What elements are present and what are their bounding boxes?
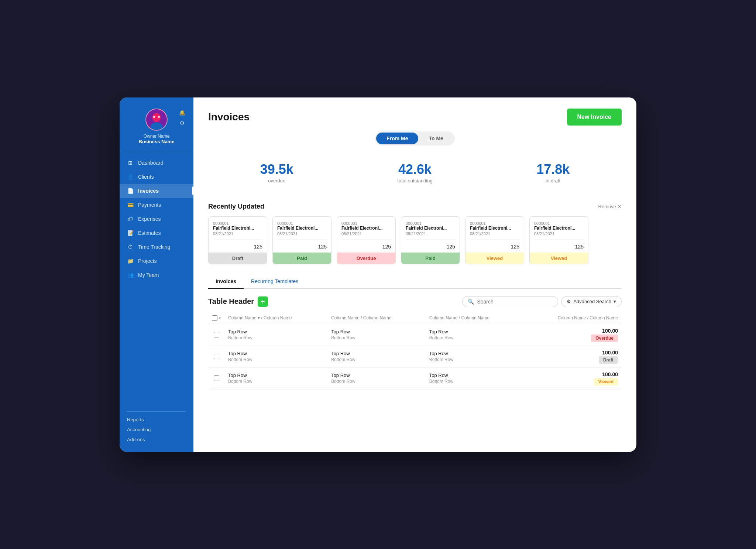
card-number: 0000001 [277,221,327,226]
invoice-card-2[interactable]: 0000001 Fairfield Electroni... 08/21/202… [337,216,396,264]
chevron-down-icon: ▾ [614,299,616,304]
bottom-row-text: Bottom Row [228,335,324,340]
sidebar-item-label: Invoices [138,188,159,194]
add-row-button[interactable]: + [258,296,268,307]
stat-draft-value: 17.8k [536,162,570,177]
sidebar-item-dashboard[interactable]: ⊞ Dashboard [120,156,193,170]
top-row-text: Top Row [331,351,422,356]
select-all-checkbox[interactable] [212,315,217,321]
card-divider [406,240,455,240]
cell-col3-0: Top Row Bottom Row [426,324,524,346]
search-input[interactable] [477,299,553,305]
row-checkbox-1[interactable] [214,354,219,359]
tab-recurring-templates[interactable]: Recurring Templates [244,275,306,289]
sidebar-item-estimates[interactable]: 📝 Estimates [120,226,193,240]
sidebar-item-label: My Team [138,272,159,278]
sidebar-item-invoices[interactable]: 📄 Invoices [120,184,193,198]
row-checkbox-2[interactable] [214,375,219,381]
top-row-text: Top Row [331,373,422,378]
status-badge: Overdue [591,334,618,342]
sidebar-item-my-team[interactable]: 👥 My Team [120,268,193,282]
sidebar-item-expenses[interactable]: 🏷 Expenses [120,212,193,226]
notification-icon[interactable]: 🔔 [178,109,186,117]
invoice-card-1[interactable]: 0000001 Fairfield Electroni... 08/21/202… [272,216,331,264]
sidebar-item-payments[interactable]: 💳 Payments [120,198,193,212]
cell-amount-2: 100.00 Viewed [523,367,622,389]
advanced-search-button[interactable]: ⚙ Advanced Search ▾ [561,296,622,307]
card-date: 08/21/2021 [470,231,519,236]
invoices-icon: 📄 [127,188,134,194]
stat-draft-label: in draft [536,178,570,183]
invoice-card-0[interactable]: 0000001 Fairfield Electroni... 08/21/202… [208,216,267,264]
card-date: 08/21/2021 [341,231,391,236]
card-date: 08/21/2021 [534,231,584,236]
card-amount: 125 [213,244,262,253]
my-team-icon: 👥 [127,272,134,278]
svg-point-3 [153,116,155,118]
sidebar-divider [127,411,186,412]
stat-outstanding-label: total outstanding [397,178,432,183]
new-invoice-button[interactable]: New Invoice [567,109,622,126]
card-divider [534,240,584,240]
card-divider [341,240,391,240]
sidebar-profile: 🔔 ⚙ Owner Name Business Name [120,105,193,152]
card-body: 0000001 Fairfield Electroni... 08/21/202… [530,217,588,253]
bottom-row-text: Bottom Row [331,335,422,340]
card-divider [277,240,327,240]
stat-overdue-value: 39.5k [260,162,293,177]
cell-col3-2: Top Row Bottom Row [426,367,524,389]
card-client: Fairfield Electroni... [470,226,519,231]
stat-in-draft: 17.8k in draft [536,162,570,183]
page-title: Invoices [208,111,250,123]
sort-icon: ▾ [219,316,221,320]
card-status: Overdue [337,253,395,264]
sidebar-item-reports[interactable]: Reports [127,415,186,425]
top-row-text: Top Row [429,329,520,334]
sidebar-item-add-ons[interactable]: Add-ons [127,435,186,445]
from-to-toggle: From Me To Me [375,131,455,145]
row-checkbox-cell [208,367,224,389]
page-header: Invoices New Invoice [208,109,622,126]
card-number: 0000001 [341,221,391,226]
row-checkbox-cell [208,324,224,346]
recently-updated-title: Recently Updated [208,203,264,210]
card-client: Fairfield Electroni... [534,226,584,231]
invoice-card-3[interactable]: 0000001 Fairfield Electroni... 08/21/202… [401,216,460,264]
sidebar-item-accounting[interactable]: Accounting [127,425,186,435]
sidebar-item-projects[interactable]: 📁 Projects [120,254,193,268]
sidebar-item-time-tracking[interactable]: ⏱ Time Tracking [120,240,193,254]
top-row-text: Top Row [228,351,324,356]
table-row[interactable]: Top Row Bottom Row Top Row Bottom Row To… [208,324,622,346]
cell-col2-2: Top Row Bottom Row [327,367,426,389]
svg-point-4 [158,116,160,118]
tab-invoices[interactable]: Invoices [208,275,244,289]
table-row[interactable]: Top Row Bottom Row Top Row Bottom Row To… [208,346,622,367]
invoice-card-4[interactable]: 0000001 Fairfield Electroni... 08/21/202… [465,216,524,264]
sidebar-item-label: Expenses [138,216,161,222]
sidebar-item-label: Payments [138,202,161,208]
th-col2: Column Name / Column Name [327,312,426,324]
from-me-toggle[interactable]: From Me [376,133,418,144]
card-client: Fairfield Electroni... [277,226,327,231]
top-row-text: Top Row [429,373,520,378]
card-amount: 125 [470,244,519,253]
remove-label: Remove [598,204,616,209]
status-badge: Draft [599,356,618,364]
business-name: Business Name [139,139,175,144]
row-checkbox-0[interactable] [214,332,219,337]
filter-icon: ⚙ [567,299,571,304]
cell-col2-1: Top Row Bottom Row [327,346,426,367]
settings-icon[interactable]: ⚙ [178,119,186,127]
avatar[interactable] [145,109,168,131]
sidebar-item-clients[interactable]: 👤 Clients [120,170,193,184]
to-me-toggle[interactable]: To Me [418,133,453,144]
top-row-text: Top Row [331,329,422,334]
card-status: Viewed [530,253,588,264]
table-row[interactable]: Top Row Bottom Row Top Row Bottom Row To… [208,367,622,389]
invoice-card-5[interactable]: 0000001 Fairfield Electroni... 08/21/202… [529,216,588,264]
card-number: 0000001 [470,221,519,226]
stats-row: 39.5k overdue 42.6k total outstanding 17… [208,154,622,191]
bottom-row-text: Bottom Row [429,379,520,384]
remove-button[interactable]: Remove ✕ [598,204,622,209]
sidebar-secondary-nav: Reports Accounting Add-ons [120,415,193,445]
